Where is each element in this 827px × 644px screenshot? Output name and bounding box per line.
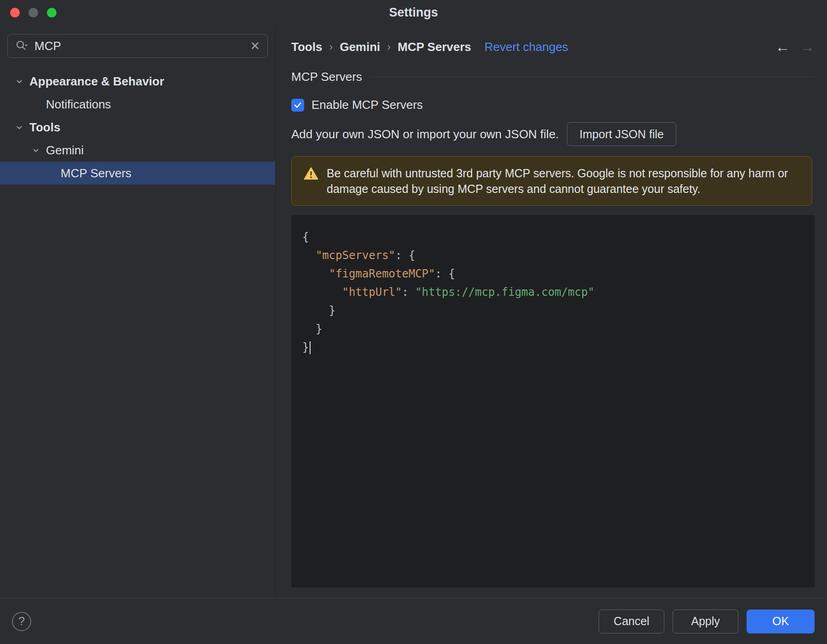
clear-search-icon[interactable]: ✕ <box>250 40 260 52</box>
sidebar-item-gemini[interactable]: Gemini <box>0 139 275 162</box>
warning-icon <box>304 167 318 181</box>
section-title: MCP Servers <box>291 70 362 84</box>
apply-button[interactable]: Apply <box>673 610 738 633</box>
import-json-button[interactable]: Import JSON file <box>567 122 676 146</box>
back-arrow-icon[interactable]: ← <box>775 40 790 54</box>
zoom-window-button[interactable] <box>47 8 57 17</box>
settings-panel: Tools › Gemini › MCP Servers Revert chan… <box>276 25 827 598</box>
search-field[interactable]: ✕ <box>7 34 268 58</box>
sidebar-item-tools[interactable]: Tools <box>0 116 275 139</box>
chevron-down-icon[interactable] <box>30 145 41 156</box>
window-titlebar: Settings <box>0 0 827 25</box>
settings-sidebar: ✕ Appearance & Behavior Notifications To… <box>0 25 276 598</box>
chevron-down-icon[interactable] <box>14 76 25 87</box>
enable-mcp-checkbox[interactable] <box>291 99 304 112</box>
sidebar-item-label: Tools <box>29 120 60 135</box>
minimize-window-button[interactable] <box>28 8 38 17</box>
warning-banner: Be careful with untrusted 3rd party MCP … <box>291 156 812 206</box>
forward-arrow-icon: → <box>800 40 815 54</box>
help-button[interactable]: ? <box>12 612 31 631</box>
import-instruction-text: Add your own JSON or import your own JSO… <box>291 127 559 141</box>
import-row: Add your own JSON or import your own JSO… <box>291 122 815 146</box>
breadcrumb-item-gemini[interactable]: Gemini <box>340 40 380 54</box>
sidebar-item-label: Notifications <box>46 97 111 112</box>
json-editor-content: { "mcpServers": { "figmaRemoteMCP": { "h… <box>302 228 804 356</box>
revert-changes-link[interactable]: Revert changes <box>485 40 568 54</box>
search-input[interactable] <box>34 39 244 53</box>
enable-mcp-label[interactable]: Enable MCP Servers <box>312 98 423 112</box>
section-divider <box>370 77 815 77</box>
window-title: Settings <box>389 6 438 20</box>
breadcrumb: Tools › Gemini › MCP Servers Revert chan… <box>291 40 815 54</box>
json-editor[interactable]: { "mcpServers": { "figmaRemoteMCP": { "h… <box>291 215 815 588</box>
breadcrumb-separator: › <box>329 40 333 54</box>
settings-tree: Appearance & Behavior Notifications Tool… <box>0 70 275 185</box>
chevron-down-icon[interactable] <box>14 122 25 133</box>
sidebar-item-label: Gemini <box>46 143 84 158</box>
sidebar-item-label: Appearance & Behavior <box>29 74 164 89</box>
cancel-button[interactable]: Cancel <box>599 610 664 633</box>
warning-text: Be careful with untrusted 3rd party MCP … <box>327 165 800 197</box>
sidebar-item-label: MCP Servers <box>61 166 131 181</box>
footer-bar: ? Cancel Apply OK <box>0 598 827 644</box>
breadcrumb-separator: › <box>387 40 391 54</box>
search-icon[interactable] <box>15 40 29 52</box>
ok-button[interactable]: OK <box>747 610 815 633</box>
sidebar-item-appearance-behavior[interactable]: Appearance & Behavior <box>0 70 275 93</box>
sidebar-item-notifications[interactable]: Notifications <box>0 93 275 116</box>
section-header: MCP Servers <box>291 70 815 84</box>
close-window-button[interactable] <box>10 8 20 17</box>
breadcrumb-item-mcp-servers[interactable]: MCP Servers <box>398 40 471 54</box>
sidebar-item-mcp-servers[interactable]: MCP Servers <box>0 162 275 185</box>
breadcrumb-item-tools[interactable]: Tools <box>291 40 322 54</box>
enable-mcp-row: Enable MCP Servers <box>291 98 815 112</box>
